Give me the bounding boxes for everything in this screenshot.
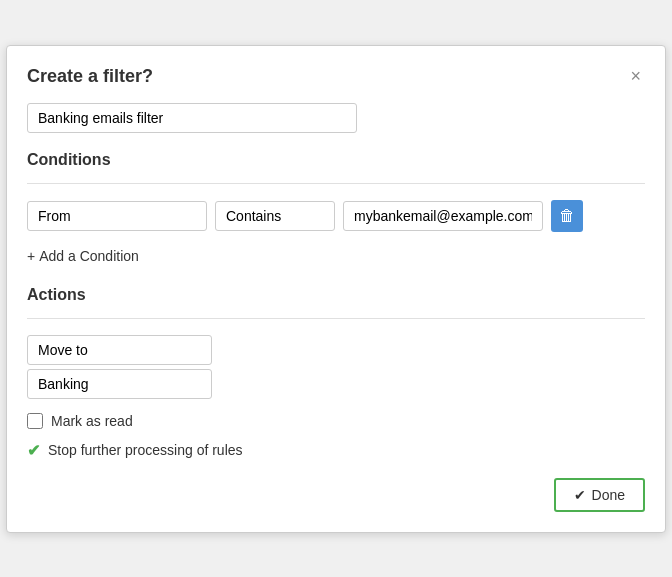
stop-processing-row: ✔ Stop further processing of rules — [27, 441, 645, 460]
condition-operator-input[interactable] — [215, 201, 335, 231]
conditions-title: Conditions — [27, 151, 645, 169]
conditions-divider — [27, 183, 645, 184]
close-button[interactable]: × — [626, 67, 645, 85]
filter-name-input[interactable] — [27, 103, 357, 133]
mark-as-read-label: Mark as read — [51, 413, 133, 429]
add-condition-button[interactable]: + Add a Condition — [27, 244, 139, 268]
folder-field[interactable] — [27, 369, 212, 399]
delete-condition-button[interactable]: 🗑 — [551, 200, 583, 232]
dialog-header: Create a filter? × — [27, 66, 645, 87]
plus-icon: + — [27, 248, 35, 264]
move-to-field[interactable] — [27, 335, 212, 365]
done-button[interactable]: ✔ Done — [554, 478, 645, 512]
condition-row: 🗑 — [27, 200, 645, 232]
actions-section: Actions Mark as read ✔ Stop further proc… — [27, 286, 645, 460]
add-condition-label: Add a Condition — [39, 248, 139, 264]
conditions-section: Conditions 🗑 + Add a Condition — [27, 151, 645, 268]
mark-as-read-row: Mark as read — [27, 413, 645, 429]
green-check-icon: ✔ — [27, 441, 40, 460]
trash-icon: 🗑 — [559, 207, 575, 225]
move-to-group — [27, 335, 645, 399]
condition-value-input[interactable] — [343, 201, 543, 231]
actions-title: Actions — [27, 286, 645, 304]
actions-divider — [27, 318, 645, 319]
dialog-title: Create a filter? — [27, 66, 153, 87]
condition-field-input[interactable] — [27, 201, 207, 231]
mark-as-read-checkbox[interactable] — [27, 413, 43, 429]
create-filter-dialog: Create a filter? × Conditions 🗑 + Add a … — [6, 45, 666, 533]
dialog-footer: ✔ Done — [27, 478, 645, 512]
stop-processing-label: Stop further processing of rules — [48, 442, 243, 458]
done-label: Done — [592, 487, 625, 503]
done-check-icon: ✔ — [574, 487, 586, 503]
